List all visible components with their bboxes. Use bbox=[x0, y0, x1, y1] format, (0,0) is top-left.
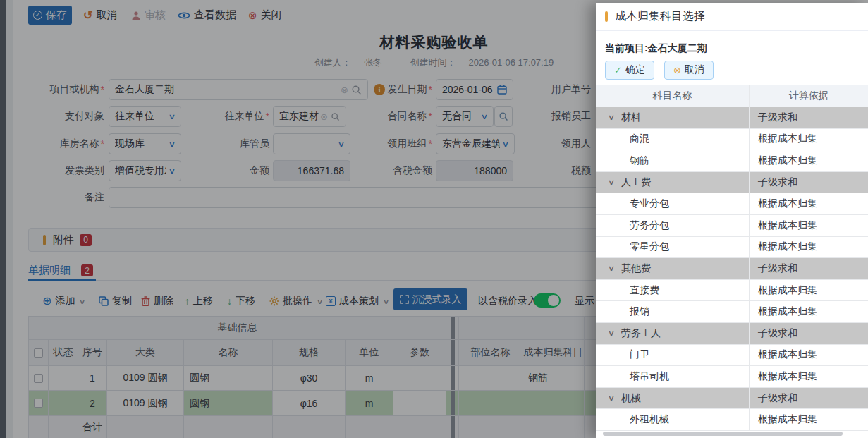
panel-cancel-button[interactable]: ⊗ 取消 bbox=[664, 61, 714, 80]
chevron-down-icon[interactable]: ∨ bbox=[608, 178, 615, 187]
panel-subject-row[interactable]: 外租机械根据成本归集 bbox=[596, 409, 868, 431]
calc-basis-cell: 根据成本归集 bbox=[750, 237, 868, 258]
subject-name-cell: ∨其他费 bbox=[596, 258, 750, 279]
close-circle-icon: ⊗ bbox=[673, 65, 681, 75]
panel-horizontal-scrollbar[interactable] bbox=[603, 432, 843, 436]
subject-name-cell: ∨劳务工人 bbox=[596, 323, 750, 344]
subject-name-cell: ∨机械 bbox=[596, 388, 750, 409]
calc-basis-cell: 根据成本归集 bbox=[750, 215, 868, 236]
subject-name-cell: 专业分包 bbox=[596, 193, 750, 214]
subject-name-cell: 门卫 bbox=[596, 345, 750, 366]
calc-basis-cell: 根据成本归集 bbox=[750, 129, 868, 150]
chevron-down-icon[interactable]: ∨ bbox=[608, 329, 615, 338]
calc-basis-cell: 子级求和 bbox=[750, 323, 868, 344]
panel-group-row[interactable]: ∨劳务工人子级求和 bbox=[596, 323, 868, 345]
chevron-down-icon[interactable]: ∨ bbox=[608, 113, 615, 122]
column-header-subject-name: 科目名称 bbox=[596, 85, 750, 107]
subject-name-cell: 零星分包 bbox=[596, 237, 750, 258]
subject-name-cell: 直接费 bbox=[596, 280, 750, 301]
check-icon: ✓ bbox=[614, 65, 622, 75]
subject-table-header: 科目名称 计算依据 bbox=[596, 85, 868, 107]
panel-group-row[interactable]: ∨人工费子级求和 bbox=[596, 172, 868, 194]
calc-basis-cell: 根据成本归集 bbox=[750, 366, 868, 387]
panel-group-row[interactable]: ∨机械子级求和 bbox=[596, 388, 868, 410]
calc-basis-cell: 子级求和 bbox=[750, 107, 868, 128]
subject-name-cell: ∨人工费 bbox=[596, 172, 750, 193]
panel-group-row[interactable]: ∨其他费子级求和 bbox=[596, 258, 868, 280]
subject-name-cell: ∨材料 bbox=[596, 107, 750, 128]
subject-name-cell: 塔吊司机 bbox=[596, 366, 750, 387]
subject-name-cell: 劳务分包 bbox=[596, 215, 750, 236]
app-root: ✓ 保存 ↺ 取消 审核 查看数据 ⊗ 关闭 材料采 bbox=[0, 0, 868, 438]
accent-bar-icon bbox=[605, 11, 608, 22]
panel-title: 成本归集科目选择 bbox=[615, 9, 705, 24]
panel-subject-row[interactable]: 报销根据成本归集 bbox=[596, 301, 868, 323]
calc-basis-cell: 根据成本归集 bbox=[750, 301, 868, 322]
panel-header: 成本归集科目选择 bbox=[596, 3, 868, 31]
calc-basis-cell: 根据成本归集 bbox=[750, 150, 868, 171]
chevron-down-icon[interactable]: ∨ bbox=[608, 394, 615, 403]
panel-subject-row[interactable]: 商混根据成本归集 bbox=[596, 129, 868, 151]
panel-subject-row[interactable]: 钢筋根据成本归集 bbox=[596, 150, 868, 172]
panel-subject-row[interactable]: 门卫根据成本归集 bbox=[596, 345, 868, 367]
column-header-calc-basis: 计算依据 bbox=[750, 85, 868, 107]
calc-basis-cell: 子级求和 bbox=[750, 388, 868, 409]
calc-basis-cell: 子级求和 bbox=[750, 172, 868, 193]
panel-table-body: ∨材料子级求和商混根据成本归集钢筋根据成本归集∨人工费子级求和专业分包根据成本归… bbox=[596, 107, 868, 431]
current-project-label: 当前项目:金石大厦二期 bbox=[596, 31, 868, 55]
panel-group-row[interactable]: ∨材料子级求和 bbox=[596, 107, 868, 129]
chevron-down-icon[interactable]: ∨ bbox=[608, 264, 615, 273]
panel-subject-row[interactable]: 直接费根据成本归集 bbox=[596, 280, 868, 302]
panel-subject-row[interactable]: 零星分包根据成本归集 bbox=[596, 237, 868, 259]
subject-name-cell: 钢筋 bbox=[596, 150, 750, 171]
panel-subject-row[interactable]: 专业分包根据成本归集 bbox=[596, 193, 868, 215]
subject-name-cell: 商混 bbox=[596, 129, 750, 150]
subject-name-cell: 外租机械 bbox=[596, 409, 750, 430]
calc-basis-cell: 根据成本归集 bbox=[750, 280, 868, 301]
panel-subject-row[interactable]: 劳务分包根据成本归集 bbox=[596, 215, 868, 237]
cost-subject-panel: 成本归集科目选择 当前项目:金石大厦二期 ✓ 确定 ⊗ 取消 科目名称 计算依据… bbox=[596, 3, 868, 438]
panel-subject-row[interactable]: 塔吊司机根据成本归集 bbox=[596, 366, 868, 388]
calc-basis-cell: 根据成本归集 bbox=[750, 409, 868, 430]
subject-table: 科目名称 计算依据 ∨材料子级求和商混根据成本归集钢筋根据成本归集∨人工费子级求… bbox=[596, 85, 868, 431]
calc-basis-cell: 根据成本归集 bbox=[750, 345, 868, 366]
confirm-button[interactable]: ✓ 确定 bbox=[605, 61, 654, 80]
calc-basis-cell: 根据成本归集 bbox=[750, 193, 868, 214]
subject-name-cell: 报销 bbox=[596, 301, 750, 322]
calc-basis-cell: 子级求和 bbox=[750, 258, 868, 279]
